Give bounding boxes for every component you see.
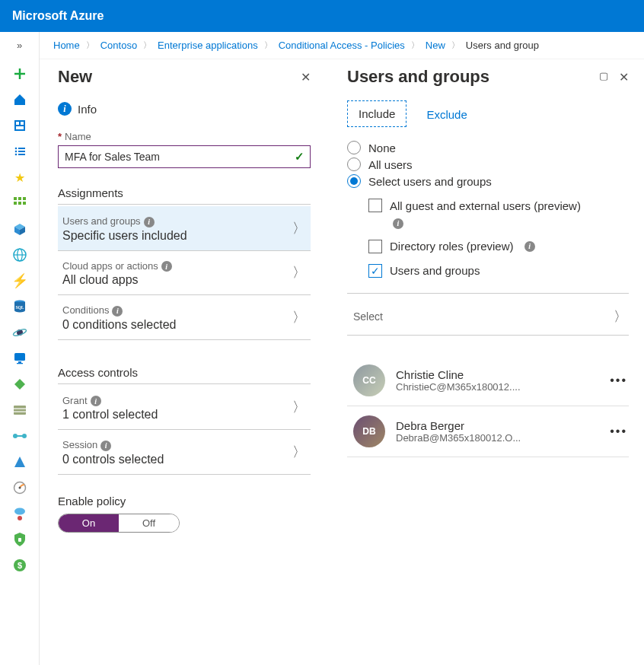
chevron-right-icon: 〉: [292, 219, 306, 237]
check-guests[interactable]: All guest and external users (preview): [368, 199, 629, 212]
close-icon[interactable]: ✕: [619, 70, 629, 84]
row-users-and-groups[interactable]: Users and groupsi Specific users include…: [58, 206, 311, 251]
row-session[interactable]: Sessioni 0 controls selected 〉: [58, 430, 311, 475]
info-link[interactable]: i Info: [58, 102, 311, 116]
user-name: Debra Berger: [396, 419, 599, 432]
radio-all-users[interactable]: All users: [347, 158, 629, 171]
avatar: DB: [353, 415, 385, 447]
close-icon[interactable]: ✕: [301, 70, 311, 84]
svg-rect-17: [23, 202, 26, 205]
maximize-icon[interactable]: ▢: [599, 70, 608, 84]
cube-icon[interactable]: [12, 221, 27, 237]
info-icon: i: [524, 241, 535, 252]
radio-select-users[interactable]: Select users and groups: [347, 174, 629, 188]
info-icon: i: [393, 218, 403, 229]
svg-rect-16: [18, 202, 21, 205]
diamond-icon[interactable]: [12, 377, 27, 392]
security-icon[interactable]: [12, 532, 27, 547]
dashboard-icon[interactable]: [12, 118, 27, 133]
bc-new[interactable]: New: [426, 40, 445, 51]
gauge-icon[interactable]: [12, 480, 27, 495]
bc-home[interactable]: Home: [53, 40, 80, 51]
svg-point-10: [14, 154, 17, 156]
user-email: DebraB@M365x180012.O...: [396, 432, 599, 444]
svg-rect-33: [14, 409, 26, 409]
avatar: CC: [353, 364, 385, 396]
enable-policy-label: Enable policy: [58, 495, 311, 508]
tab-include[interactable]: Include: [347, 100, 406, 127]
svg-rect-13: [18, 197, 21, 200]
cost-icon[interactable]: $: [12, 558, 27, 573]
vnet-icon[interactable]: [12, 428, 27, 444]
row-cloud-apps[interactable]: Cloud apps or actionsi All cloud apps 〉: [58, 251, 311, 296]
azure-topbar: Microsoft Azure: [0, 0, 644, 32]
storage-icon[interactable]: [12, 402, 27, 418]
svg-rect-7: [18, 148, 25, 149]
home-icon[interactable]: [12, 92, 27, 107]
svg-rect-37: [17, 435, 23, 437]
sql-icon[interactable]: SQL: [12, 299, 27, 314]
bc-condaccess[interactable]: Conditional Access - Policies: [279, 40, 405, 51]
row-grant[interactable]: Granti 1 control selected 〉: [58, 386, 311, 431]
info-icon: i: [144, 217, 155, 228]
list-icon[interactable]: [12, 144, 27, 159]
toggle-on[interactable]: On: [59, 514, 119, 532]
svg-point-40: [18, 487, 21, 489]
check-icon: ✓: [295, 150, 304, 164]
chevron-right-icon: 〉: [292, 263, 306, 282]
star-icon[interactable]: ★: [12, 170, 27, 185]
user-name: Christie Cline: [396, 368, 599, 381]
breadcrumb: Home〉 Contoso〉 Enterprise applications〉 …: [40, 32, 644, 59]
collapse-icon[interactable]: »: [17, 40, 22, 51]
add-icon[interactable]: [12, 66, 27, 81]
globe-icon[interactable]: [12, 247, 27, 262]
bc-contoso[interactable]: Contoso: [100, 40, 137, 51]
info-icon: i: [161, 261, 172, 272]
more-icon[interactable]: •••: [610, 374, 627, 387]
grid-icon[interactable]: [12, 196, 27, 211]
panel-new: New ✕ i Info *Name ✓ Assignments: [40, 59, 329, 665]
cosmos-icon[interactable]: [12, 325, 27, 340]
bolt-icon[interactable]: ⚡: [12, 273, 27, 288]
svg-marker-31: [14, 379, 25, 390]
svg-point-42: [18, 516, 22, 520]
select-users-link[interactable]: Select 〉: [347, 300, 629, 333]
toggle-off[interactable]: Off: [119, 514, 179, 532]
chevron-right-icon: 〉: [292, 308, 306, 326]
svg-rect-4: [21, 122, 24, 125]
svg-rect-11: [18, 154, 25, 155]
svg-rect-9: [18, 151, 25, 152]
users-title: Users and groups: [347, 67, 489, 87]
svg-text:SQL: SQL: [15, 305, 24, 310]
user-row[interactable]: DB Debra Berger DebraB@M365x180012.O... …: [347, 406, 629, 457]
svg-point-6: [14, 148, 17, 150]
radio-none[interactable]: None: [347, 141, 629, 154]
tab-exclude[interactable]: Exclude: [423, 100, 470, 121]
chevron-right-icon: 〉: [292, 398, 306, 416]
row-conditions[interactable]: Conditionsi 0 conditions selected 〉: [58, 295, 311, 340]
info-icon: i: [58, 102, 72, 116]
check-users-and-groups[interactable]: ✓Users and groups: [368, 264, 629, 278]
svg-rect-15: [14, 202, 17, 205]
more-icon[interactable]: •••: [610, 425, 627, 438]
new-title: New: [58, 67, 92, 87]
name-input[interactable]: [58, 145, 311, 168]
chevron-right-icon: 〉: [614, 307, 627, 326]
check-directory-roles[interactable]: Directory roles (preview)i: [368, 240, 629, 253]
aad-icon[interactable]: [12, 454, 27, 469]
include-exclude-tabs: Include Exclude: [347, 100, 629, 127]
left-nav-rail: » ★ ⚡ SQL $: [0, 32, 40, 665]
azure-title: Microsoft Azure: [12, 9, 104, 23]
svg-text:$: $: [17, 561, 21, 570]
info-icon: i: [112, 306, 123, 317]
bc-entapps[interactable]: Enterprise applications: [158, 40, 258, 51]
svg-rect-43: [18, 538, 21, 542]
svg-point-8: [14, 151, 17, 153]
user-email: ChristieC@M365x180012....: [396, 381, 599, 393]
monitor-icon[interactable]: [12, 351, 27, 366]
enable-policy-toggle[interactable]: On Off: [58, 514, 180, 533]
user-row[interactable]: CC Christie Cline ChristieC@M365x180012.…: [347, 355, 629, 406]
advisor-icon[interactable]: [12, 506, 27, 521]
info-icon: i: [91, 396, 101, 406]
svg-rect-5: [16, 126, 24, 129]
